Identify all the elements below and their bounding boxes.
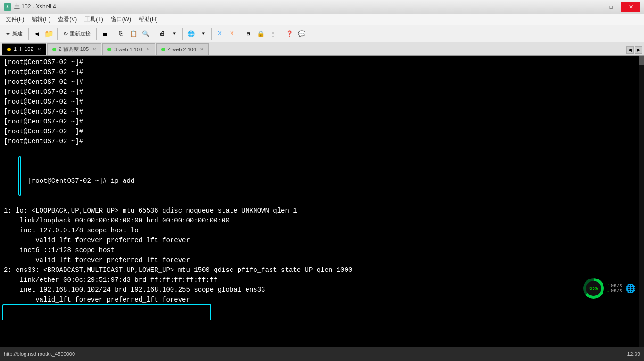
toolbar-separator-1: [28, 28, 29, 40]
terminal-line-5: [root@CentOS7-02 ~]#: [4, 97, 640, 107]
toolbar-separator-3: [96, 28, 97, 40]
terminal-line-1: [root@CentOS7-02 ~]#: [4, 57, 640, 67]
terminal[interactable]: [root@CentOS7-02 ~]# [root@CentOS7-02 ~]…: [0, 56, 644, 320]
lock-icon[interactable]: 🔒: [255, 28, 266, 40]
toolbar-separator-2: [57, 28, 58, 40]
cpu-gauge: 65%: [583, 278, 604, 299]
terminal-line-2: [root@CentOS7-02 ~]#: [4, 67, 640, 77]
tab-2-dot: [52, 48, 56, 51]
tab-1-close[interactable]: ✕: [37, 47, 41, 52]
menu-view[interactable]: 查看(V): [54, 15, 81, 25]
window-controls: — □ ✕: [582, 2, 640, 12]
menu-edit[interactable]: 编辑(E): [28, 15, 54, 25]
titlebar: X 主 102 - Xshell 4 — □ ✕: [0, 0, 644, 14]
tab-3-label: 3 web 1 103: [114, 47, 142, 52]
output-line-1: 1: lo: <LOOPBACK,UP,LOWER_UP> mtu 65536 …: [4, 206, 640, 216]
menu-help[interactable]: 帮助(H): [135, 15, 162, 25]
upload-icon: ↑: [607, 283, 610, 288]
statusbar-time: 12:39: [627, 351, 640, 357]
vip-line: inet 192.168.100.222/32 scope global ens…: [4, 305, 640, 320]
upload-speed-row: ↑ 0K/s: [607, 283, 622, 288]
columns-icon[interactable]: ⋮: [267, 28, 279, 40]
output-line-2: link/loopback 00:00:00:00:00:00 brd 00:0…: [4, 216, 640, 226]
toolbar-separator-5: [154, 28, 154, 40]
tab-2-label: 2 辅调度 105: [59, 46, 89, 53]
clipboard-icon[interactable]: 📋: [128, 28, 139, 40]
help-icon[interactable]: ❓: [284, 28, 295, 40]
globe-icon[interactable]: 🌐: [185, 28, 197, 40]
network-speeds: ↑ 0K/s ↓ 0K/s: [607, 283, 622, 294]
terminal-line-3: [root@CentOS7-02 ~]#: [4, 77, 640, 87]
xftp2-icon[interactable]: X: [226, 28, 238, 40]
command-prompt: [root@CentOS7-02 ~]# ip add: [27, 177, 134, 185]
minimize-button[interactable]: —: [582, 2, 601, 12]
tab-scroll-right[interactable]: ▶: [635, 46, 642, 54]
tab-4-label: 4 web 2 104: [168, 47, 196, 52]
toolbar-separator-4: [113, 28, 113, 40]
xftp-icon[interactable]: X: [214, 28, 225, 40]
download-icon: ↓: [607, 288, 610, 294]
tab-1-main[interactable]: 1 主 102 ✕: [2, 43, 46, 55]
statusbar-url: http://blog.nsd.rootkit_4500000: [4, 351, 75, 357]
menu-file[interactable]: 文件(F): [2, 15, 28, 25]
tab-4-dot: [161, 48, 165, 51]
output-line-9: inet 192.168.100.102/24 brd 192.168.100.…: [4, 285, 640, 295]
tab-3-close[interactable]: ✕: [146, 47, 150, 52]
scrollbar-thumb[interactable]: [639, 56, 644, 65]
copy-icon[interactable]: ⎘: [116, 28, 127, 40]
cpu-percent: 65%: [586, 281, 601, 296]
tab-3-dot: [107, 48, 111, 51]
tab-2-auxiliary[interactable]: 2 辅调度 105 ✕: [47, 43, 102, 55]
new-icon: ✦: [5, 30, 11, 38]
network-widget: 65% ↑ 0K/s ↓ 0K/s 🌐: [579, 276, 639, 301]
tab-1-label: 1 主 102: [14, 46, 33, 53]
back-icon[interactable]: ◀: [31, 28, 42, 40]
output-line-5: inet6 ::1/128 scope host: [4, 246, 640, 255]
menubar: 文件(F) 编辑(E) 查看(V) 工具(T) 窗口(W) 帮助(H): [0, 14, 644, 25]
titlebar-title: 主 102 - Xshell 4: [14, 3, 56, 11]
output-line-6: valid_lft forever preferred_lft forever: [4, 255, 640, 265]
upload-speed: 0K/s: [611, 283, 622, 288]
terminal-line-9: [root@CentOS7-02 ~]#: [4, 137, 640, 147]
output-line-10: valid_lft forever preferred_lft forever: [4, 295, 640, 305]
close-button[interactable]: ✕: [621, 2, 640, 12]
terminal-line-8: [root@CentOS7-02 ~]#: [4, 127, 640, 137]
new-button[interactable]: ✦ 新建: [2, 27, 26, 41]
maximize-button[interactable]: □: [602, 2, 620, 12]
statusbar: http://blog.nsd.rootkit_4500000 12:39: [0, 347, 644, 361]
reconnect-icon: ↻: [63, 30, 68, 37]
display-icon[interactable]: 🖥: [99, 28, 110, 40]
toolbar-separator-6: [182, 28, 183, 40]
search-icon[interactable]: 🔍: [140, 28, 151, 40]
print-arrow-icon[interactable]: ▼: [169, 28, 180, 40]
output-line-8: link/ether 00:0c:29:51:97:d3 brd ff:ff:f…: [4, 275, 640, 285]
menu-tools[interactable]: 工具(T): [81, 15, 107, 25]
toolbar-separator-7: [211, 28, 212, 40]
tab-2-close[interactable]: ✕: [92, 47, 96, 52]
output-line-7: 2: ens33: <BROADCAST,MULTICAST,UP,LOWER_…: [4, 265, 640, 275]
tabbar: 1 主 102 ✕ 2 辅调度 105 ✕ 3 web 1 103 ✕ 4 we…: [0, 42, 644, 56]
tab-4-web2[interactable]: 4 web 2 104 ✕: [156, 43, 209, 55]
tab-4-close[interactable]: ✕: [200, 47, 204, 52]
toolbar: ✦ 新建 ◀ 📁 ↻ 重新连接 🖥 ⎘ 📋 🔍 🖨 ▼ 🌐 ▼ X X ⊞ 🔒 …: [0, 25, 644, 42]
network-icon: 🌐: [625, 283, 636, 294]
output-line-3: inet 127.0.0.1/8 scope host lo: [4, 226, 640, 236]
print-icon[interactable]: 🖨: [157, 28, 168, 40]
tab-scroll-left[interactable]: ◀: [626, 46, 634, 54]
menu-window[interactable]: 窗口(W): [107, 15, 135, 25]
reconnect-button[interactable]: ↻ 重新连接: [60, 27, 94, 41]
chat-icon[interactable]: 💬: [296, 28, 307, 40]
folder-icon[interactable]: 📁: [43, 28, 55, 40]
app-icon: X: [4, 3, 11, 11]
tab-1-dot: [7, 48, 11, 51]
terminal-line-4: [root@CentOS7-02 ~]#: [4, 87, 640, 97]
scrollbar[interactable]: [639, 56, 644, 347]
statusbar-right: 12:39: [627, 351, 640, 357]
globe-arrow-icon[interactable]: ▼: [198, 28, 209, 40]
tab-3-web1[interactable]: 3 web 1 103 ✕: [102, 43, 155, 55]
download-speed-row: ↓ 0K/s: [607, 288, 622, 294]
output-line-4: valid_lft forever preferred_lft forever: [4, 236, 640, 246]
grid-icon[interactable]: ⊞: [243, 28, 254, 40]
terminal-command-line: [root@CentOS7-02 ~]# ip add: [4, 147, 640, 206]
terminal-line-7: [root@CentOS7-02 ~]#: [4, 117, 640, 127]
